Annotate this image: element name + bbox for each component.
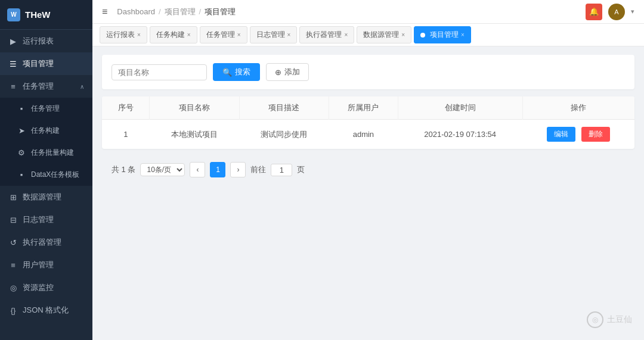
tab-log-manage[interactable]: 日志管理 × [250, 26, 298, 43]
cell-user: admin [329, 120, 398, 149]
tab-task-build-label: 任务构建 [156, 30, 185, 40]
search-button-label: 搜索 [235, 67, 250, 77]
sidebar-item-task-build[interactable]: ➤ 任务构建 [0, 120, 92, 142]
search-input[interactable] [112, 64, 207, 80]
prev-page-button[interactable]: ‹ [190, 162, 205, 177]
tab-executor-manage-close[interactable]: × [344, 32, 348, 38]
task-manage-icon: ▪ [17, 104, 26, 114]
tab-task-manage[interactable]: 任务管理 × [200, 26, 247, 43]
breadcrumb-project-mgmt[interactable]: 项目管理 [165, 7, 196, 17]
breadcrumb-current: 项目管理 [205, 7, 236, 17]
tab-log-manage-label: 日志管理 [256, 30, 285, 40]
col-header-id: 序号 [102, 96, 150, 120]
prev-icon: ‹ [196, 166, 199, 174]
sidebar-item-task-batch[interactable]: ⚙ 任务批量构建 [0, 142, 92, 164]
task-build-icon: ➤ [17, 126, 26, 136]
sidebar-item-run-report[interactable]: ▶ 运行报表 [0, 30, 92, 52]
tab-project-manage-label: 项目管理 [430, 30, 459, 40]
col-header-time: 创建时间 [398, 96, 522, 120]
search-icon: 🔍 [222, 68, 232, 77]
page-suffix: 页 [297, 164, 305, 175]
page-1-label: 1 [216, 166, 220, 174]
tab-project-manage[interactable]: 项目管理 × [414, 26, 471, 43]
sidebar-item-label: 执行器管理 [23, 237, 84, 248]
tab-run-report-close[interactable]: × [137, 32, 141, 38]
content-area: 🔍 搜索 ⊕ 添加 序号 项目名称 项目描述 所属用户 创建时间 操作 [92, 46, 644, 340]
tab-bar: 运行报表 × 任务构建 × 任务管理 × 日志管理 × 执行器管理 × 数据源管… [92, 24, 644, 46]
cell-ops: 编辑 删除 [522, 120, 634, 149]
pagination: 共 1 条 10条/页 20条/页 ‹ 1 › 前往 页 [102, 156, 634, 183]
col-header-ops: 操作 [522, 96, 634, 120]
add-icon: ⊕ [275, 68, 281, 77]
page-1-button[interactable]: 1 [210, 162, 225, 177]
tab-run-report[interactable]: 运行报表 × [100, 26, 147, 43]
tab-task-build-close[interactable]: × [187, 32, 191, 38]
next-page-button[interactable]: › [230, 162, 246, 177]
sidebar-logo: W THeW [0, 0, 92, 30]
sidebar-subitem-label: 任务构建 [31, 126, 84, 136]
table-header-row: 序号 项目名称 项目描述 所属用户 创建时间 操作 [102, 96, 634, 120]
resource-monitor-icon: ◎ [8, 283, 18, 292]
sidebar-item-resource-monitor[interactable]: ◎ 资源监控 [0, 276, 92, 299]
cell-time: 2021-02-19 07:13:54 [398, 120, 522, 149]
sidebar-item-datax-template[interactable]: ▪ DataX任务模板 [0, 164, 92, 186]
tab-project-manage-close[interactable]: × [461, 32, 465, 38]
goto-page-input[interactable] [271, 164, 292, 176]
goto-label: 前往 [250, 164, 266, 175]
active-tab-dot [420, 33, 425, 38]
sidebar-item-json-format[interactable]: {} JSON 格式化 [0, 299, 92, 322]
tab-run-report-label: 运行报表 [106, 30, 135, 40]
cell-id: 1 [102, 120, 150, 149]
cell-desc: 测试同步使用 [239, 120, 329, 149]
sidebar-item-executor-mgmt[interactable]: ↺ 执行器管理 [0, 231, 92, 254]
cell-name: 本地测试项目 [150, 120, 239, 149]
sidebar-item-label: 项目管理 [23, 58, 84, 69]
sidebar-item-task-mgmt[interactable]: ≡ 任务管理 ∧ [0, 75, 92, 98]
sidebar-item-task-manage[interactable]: ▪ 任务管理 [0, 98, 92, 120]
logo-text: THeW [25, 10, 51, 20]
tab-log-manage-close[interactable]: × [287, 32, 291, 38]
search-bar: 🔍 搜索 ⊕ 添加 [102, 55, 634, 89]
col-header-user: 所属用户 [329, 96, 398, 120]
menu-toggle-icon[interactable]: ≡ [102, 7, 107, 17]
watermark-text: 土豆仙 [607, 314, 632, 325]
sidebar: W THeW ▶ 运行报表 ☰ 项目管理 ≡ 任务管理 ∧ ▪ 任务管理 ➤ 任… [0, 0, 92, 340]
page-size-select[interactable]: 10条/页 20条/页 [140, 163, 185, 176]
tab-datasource-manage[interactable]: 数据源管理 × [357, 26, 411, 43]
col-header-name: 项目名称 [150, 96, 239, 120]
main-area: ≡ Dashboard / 项目管理 / 项目管理 🔔 A ▾ 运行报表 × [92, 0, 644, 340]
tab-task-manage-close[interactable]: × [237, 32, 241, 38]
task-mgmt-icon: ≡ [8, 82, 18, 91]
datasource-mgmt-icon: ⊞ [8, 192, 18, 202]
project-table: 序号 项目名称 项目描述 所属用户 创建时间 操作 1 本地测试项目 测试同步使… [102, 96, 634, 149]
tab-task-build[interactable]: 任务构建 × [150, 26, 197, 43]
project-mgmt-icon: ☰ [8, 59, 18, 68]
sidebar-item-label: 数据源管理 [23, 192, 84, 202]
add-button-label: 添加 [284, 67, 300, 77]
sidebar-item-project-mgmt[interactable]: ☰ 项目管理 [0, 52, 92, 75]
chevron-up-icon: ∧ [80, 83, 84, 90]
total-count: 共 1 条 [112, 164, 135, 175]
breadcrumb-dashboard[interactable]: Dashboard [117, 7, 155, 16]
edit-button[interactable]: 编辑 [547, 127, 575, 142]
tab-datasource-manage-close[interactable]: × [401, 32, 405, 38]
delete-button[interactable]: 删除 [581, 127, 610, 142]
tab-task-manage-label: 任务管理 [206, 30, 235, 40]
tab-executor-manage[interactable]: 执行器管理 × [299, 26, 354, 43]
sidebar-item-datasource-mgmt[interactable]: ⊞ 数据源管理 [0, 186, 92, 208]
sidebar-item-label: 日志管理 [23, 214, 84, 225]
next-icon: › [237, 166, 239, 174]
search-button[interactable]: 🔍 搜索 [213, 63, 260, 81]
watermark-icon: ◎ [587, 311, 603, 328]
executor-mgmt-icon: ↺ [8, 238, 18, 247]
sidebar-subitem-label: 任务管理 [31, 104, 84, 114]
notification-bell-button[interactable]: 🔔 [586, 4, 602, 20]
log-mgmt-icon: ⊟ [8, 215, 18, 224]
header: ≡ Dashboard / 项目管理 / 项目管理 🔔 A ▾ [92, 0, 644, 24]
avatar[interactable]: A [608, 4, 625, 20]
user-dropdown-icon[interactable]: ▾ [631, 8, 634, 15]
sidebar-subitem-label: 任务批量构建 [31, 148, 84, 158]
add-button[interactable]: ⊕ 添加 [266, 63, 309, 81]
sidebar-item-user-mgmt[interactable]: ≡ 用户管理 [0, 254, 92, 276]
sidebar-item-log-mgmt[interactable]: ⊟ 日志管理 [0, 208, 92, 231]
